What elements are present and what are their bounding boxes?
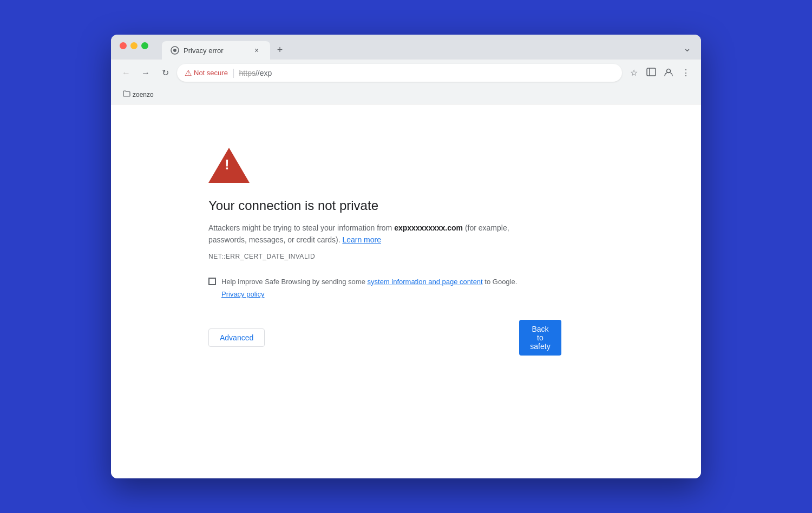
sidebar-icon [646, 67, 656, 79]
bookmark-icon: ☆ [630, 68, 638, 78]
bookmark-button[interactable]: ☆ [626, 65, 641, 81]
error-code: NET::ERR_CERT_DATE_INVALID [208, 253, 533, 260]
bookmarks-bar: zoenzo [111, 86, 701, 104]
error-description: Attackers might be trying to steal your … [208, 222, 533, 246]
warning-icon: ⚠ [185, 68, 192, 78]
tab-title: Privacy error [184, 47, 247, 55]
minimize-window-button[interactable] [130, 42, 137, 49]
back-icon: ← [122, 68, 130, 78]
error-icon-wrap [208, 148, 533, 185]
not-secure-label: Not secure [194, 69, 228, 77]
bookmark-item[interactable]: zoenzo [119, 88, 158, 101]
advanced-button[interactable]: Advanced [208, 328, 265, 347]
address-divider: | [232, 67, 235, 78]
browser-window: Privacy error × + ⌄ ← → ↻ ⚠ Not secure |… [111, 35, 701, 478]
forward-icon: → [141, 68, 150, 78]
folder-icon [123, 90, 130, 99]
description-before: Attackers might be trying to steal your … [208, 223, 394, 232]
menu-icon: ⋮ [682, 68, 690, 78]
svg-rect-2 [647, 68, 656, 76]
profile-icon [664, 67, 673, 79]
url-rest: //exp [256, 69, 272, 77]
url-scheme: https [239, 69, 256, 77]
safe-browsing-checkbox[interactable] [208, 278, 216, 285]
toolbar: ← → ↻ ⚠ Not secure | https//exp ☆ [111, 60, 701, 86]
action-buttons: Advanced Back to safety [208, 320, 533, 356]
address-bar[interactable]: ⚠ Not secure | https//exp [177, 64, 622, 82]
new-tab-button[interactable]: + [272, 42, 287, 57]
menu-button[interactable]: ⋮ [678, 65, 693, 81]
learn-more-link[interactable]: Learn more [342, 235, 381, 244]
forward-button[interactable]: → [138, 65, 153, 81]
security-badge: ⚠ Not secure [185, 68, 228, 78]
profile-button[interactable] [661, 65, 676, 81]
safe-browsing-before: Help improve Safe Browsing by sending so… [221, 278, 368, 286]
error-container: Your connection is not private Attackers… [208, 148, 533, 356]
maximize-window-button[interactable] [141, 42, 148, 49]
safe-browsing-row: Help improve Safe Browsing by sending so… [208, 277, 533, 287]
reload-icon: ↻ [162, 68, 169, 78]
traffic-lights [120, 42, 148, 49]
active-tab[interactable]: Privacy error × [162, 41, 270, 60]
reload-button[interactable]: ↻ [158, 65, 173, 81]
bookmark-label: zoenzo [133, 91, 154, 98]
safe-browsing-text: Help improve Safe Browsing by sending so… [221, 277, 517, 287]
svg-point-1 [173, 49, 176, 52]
error-domain: expxxxxxxxxx.com [394, 223, 463, 232]
error-title: Your connection is not private [208, 198, 533, 213]
sidebar-button[interactable] [644, 65, 659, 81]
safe-browsing-link[interactable]: system information and page content [368, 278, 483, 286]
warning-triangle-icon [208, 148, 250, 183]
tab-close-button[interactable]: × [252, 45, 261, 55]
toolbar-icons: ☆ ⋮ [626, 65, 693, 81]
title-bar: Privacy error × + ⌄ [111, 35, 701, 60]
address-url: https//exp [239, 69, 614, 77]
safe-browsing-after: to Google. [483, 278, 518, 286]
title-bar-right: ⌄ [681, 40, 693, 56]
chrome-tab-icon [171, 46, 179, 55]
privacy-policy-link[interactable]: Privacy policy [221, 290, 533, 298]
chevron-down-icon[interactable]: ⌄ [681, 40, 693, 56]
close-window-button[interactable] [120, 42, 127, 49]
back-to-safety-button[interactable]: Back to safety [519, 320, 561, 356]
back-button[interactable]: ← [119, 65, 134, 81]
browser-content: Your connection is not private Attackers… [111, 104, 701, 478]
